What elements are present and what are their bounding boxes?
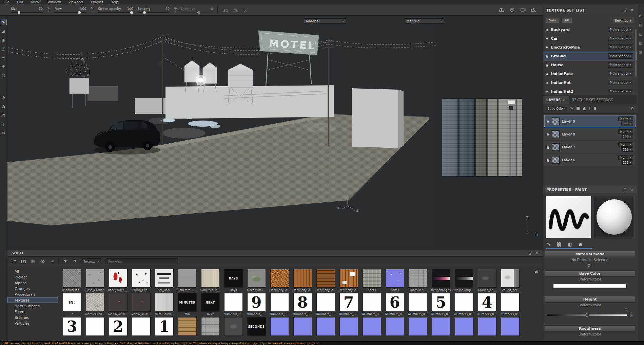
close-icon[interactable]: × (563, 98, 566, 102)
menu-item[interactable]: Mode (27, 0, 44, 4)
blend-mode-dropdown[interactable]: Norm▾ (618, 129, 633, 134)
shelf-category[interactable]: Filters (7, 309, 58, 314)
all-button[interactable]: All (561, 18, 572, 23)
menu-item[interactable]: Edit (13, 0, 27, 4)
stroke-opacity-slider[interactable] (98, 12, 133, 13)
layer-row-7[interactable]: ◉ Layer 7 Norm▾ 100▾ (544, 141, 636, 153)
texture-set-row-car[interactable]: ◉ Car Main shader▾ (543, 34, 637, 43)
shelf-thumbnail[interactable]: NEXT Next (199, 293, 222, 317)
eraser-tool[interactable]: ◪ (1, 28, 7, 34)
shelf-thumbnail[interactable]: 5 NUmbers_0... (429, 293, 452, 317)
material-properties-tab[interactable]: ● (579, 242, 582, 247)
polygon-fill-tool[interactable]: ◰ (1, 46, 7, 52)
spacing-slider[interactable] (138, 12, 170, 13)
delete-layer-icon[interactable] (630, 107, 634, 111)
material-mode-header[interactable]: Material mode (545, 251, 635, 257)
menu-item[interactable]: File (0, 0, 13, 4)
shelf-thumbnail[interactable]: 9 NUmbers_0... (245, 293, 268, 317)
shelf-thumbnail[interactable] (199, 317, 222, 341)
blend-mode-dropdown[interactable]: Norm▾ (618, 142, 633, 147)
add-paint-layer-icon[interactable]: ✎ (570, 106, 573, 111)
shelf-thumbnail[interactable]: 6 NUmbers_0... (383, 293, 406, 317)
camera-icon[interactable] (520, 6, 526, 13)
shelf-thumbnail[interactable]: Base_Ground (83, 269, 106, 293)
shelf-thumbnail[interactable]: Ground_hei... (499, 269, 522, 293)
float-panel-icon[interactable]: ◳ (623, 188, 626, 192)
shelf-thumbnail[interactable]: DecalBotto... (245, 269, 268, 293)
hide-resources-icon[interactable] (39, 258, 45, 265)
blend-mode-dropdown[interactable]: Norm▾ (618, 116, 633, 121)
shelf-category[interactable]: Textures (7, 297, 58, 303)
shelf-thumbnail[interactable]: DAYS Days (222, 269, 245, 293)
settings-dropdown[interactable]: Settings ▾ (612, 18, 634, 23)
shelf-thumbnail[interactable]: MINUTES Min (176, 293, 199, 317)
flow-pen-pressure-icon[interactable]: ✎▾ (91, 7, 93, 13)
3d-scene[interactable]: MOTEL (7, 16, 436, 250)
viewport-area[interactable]: MOTEL (7, 16, 543, 250)
properties-panel-toggle[interactable]: ◫ (639, 32, 642, 36)
shelf-thumbnail[interactable]: 8 NUmbers_0... (291, 293, 314, 317)
shader-dropdown[interactable]: Main shader▾ (608, 80, 633, 85)
shelf-thumbnail[interactable] (475, 317, 499, 341)
shelf-thumbnail[interactable]: NUmbers_0... (314, 293, 337, 317)
shelf-thumbnail[interactable]: NUmbers_0... (406, 293, 429, 317)
scrollbar[interactable] (635, 29, 637, 77)
shelf-thumbnail[interactable]: Car_Base (153, 269, 176, 293)
export-resources-icon[interactable]: ▤ (30, 258, 36, 265)
size-pen-pressure-icon[interactable]: ✎▾ (47, 7, 50, 13)
shelf-thumbnail[interactable] (499, 317, 522, 341)
shader-dropdown[interactable]: Main shader▾ (608, 27, 633, 32)
add-fill-layer-icon[interactable]: ▦ (576, 106, 580, 111)
texture-set-row-backyard[interactable]: ◉ Backyard Main shader▾ (543, 25, 637, 34)
projection-tool[interactable]: ▣ (1, 37, 7, 43)
height-slider-knob[interactable] (585, 313, 589, 317)
perspective-view-icon[interactable] (498, 6, 505, 13)
shader-dropdown[interactable]: Main shader▾ (608, 89, 633, 94)
texture-set-row-indianhat2[interactable]: ◉ IndianHat2 Main shader▾ (543, 87, 637, 95)
shelf-thumbnail[interactable] (176, 317, 199, 341)
shelf-thumbnail[interactable] (360, 317, 383, 341)
menu-item[interactable]: Window (44, 0, 64, 4)
shelf-thumbnail[interactable]: flakes (383, 269, 406, 293)
texture-set-visibility-icon[interactable]: ◉ (546, 28, 549, 32)
log-panel-toggle[interactable]: ▣ (639, 51, 642, 54)
height-dial-icon[interactable]: ◷ (629, 313, 633, 317)
layer-row-9[interactable]: ◉ Layer 9 Norm▾ 100▾ (544, 115, 636, 127)
shelf-thumbnail[interactable]: fresnelrang... (452, 269, 475, 293)
shelf-thumbnail[interactable] (268, 317, 291, 341)
layer-visibility-icon[interactable]: ◉ (547, 145, 550, 149)
shelf-thumbnail[interactable]: NUmbers_0... (222, 293, 245, 317)
shader-dropdown[interactable]: Main shader▾ (608, 53, 633, 59)
shelf-thumbnail[interactable]: AsphaltClos... (60, 269, 83, 293)
shelf-category[interactable]: All (7, 268, 58, 274)
shelf-thumbnail[interactable] (314, 317, 337, 341)
grid-view-icon[interactable]: ⊞ (534, 269, 538, 274)
remove-filter-icon[interactable]: × (97, 260, 100, 263)
spacing-mode-icon[interactable]: ⊙▾ (174, 7, 177, 13)
folder-icon[interactable] (11, 258, 17, 265)
screenshot-icon[interactable] (530, 6, 537, 13)
texture-set-row-indianhat[interactable]: ◉ IndianHat Main shader▾ (543, 78, 637, 87)
layer-opacity-dropdown[interactable]: 100▾ (621, 160, 633, 165)
shelf-thumbnail[interactable]: Ground_ba... (475, 269, 499, 293)
roughness-header[interactable]: Roughness (545, 325, 635, 332)
import-resources-icon[interactable]: ⇥ (49, 258, 55, 265)
texture-set-visibility-icon[interactable]: ◉ (546, 72, 549, 76)
close-icon[interactable]: × (536, 251, 539, 255)
layer-visibility-icon[interactable]: ◉ (547, 132, 550, 136)
height-slider[interactable] (547, 314, 627, 316)
menu-item[interactable]: Plugins (87, 0, 107, 4)
add-mask-icon[interactable]: ◐ (583, 106, 586, 111)
search-input[interactable] (105, 258, 178, 264)
shader-dropdown[interactable]: Main shader▾ (608, 62, 633, 68)
shelf-thumbnail[interactable] (130, 317, 153, 341)
shelf-thumbnail[interactable] (429, 317, 452, 341)
shelf-thumbnail[interactable]: NUmbers_0... (452, 293, 475, 317)
shelf-thumbnail[interactable] (452, 317, 475, 341)
layers-panel-toggle[interactable]: ▤ (639, 23, 642, 27)
shelf-thumbnail[interactable]: ElectricityPo... (337, 269, 360, 293)
size-slider[interactable] (11, 12, 43, 13)
layer-row-8[interactable]: ◉ Layer 8 Norm▾ 100▾ (544, 128, 636, 140)
layer-row-6[interactable]: ◉ Layer 6 Norm▾ 100▾ (544, 154, 636, 166)
shelf-thumbnail[interactable]: ConcreteBu... (176, 269, 199, 293)
